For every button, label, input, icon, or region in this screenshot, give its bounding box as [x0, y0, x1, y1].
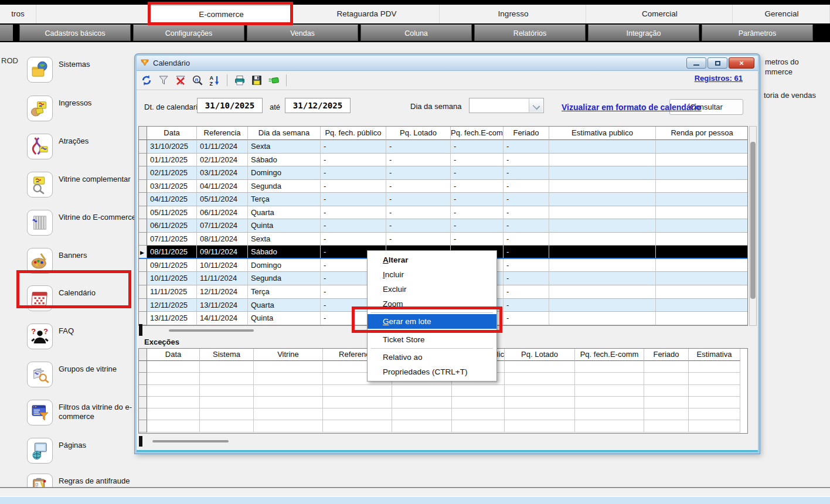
sidebar-item-ingressos[interactable]: Ingressos [27, 96, 144, 121]
date-from-input[interactable] [197, 98, 263, 113]
cell [254, 397, 323, 408]
menu-button-vendas[interactable]: Vendas [247, 25, 358, 41]
table-row[interactable]: 06/11/202507/11/2024Quinta---- [139, 219, 747, 233]
table-row[interactable]: 01/11/202502/11/2024Sábado---- [139, 154, 747, 167]
row-indicator[interactable]: ▶ [139, 246, 147, 258]
menu-button-integracao[interactable]: Integração [588, 25, 699, 41]
chevron-down-icon[interactable] [529, 99, 543, 112]
sidebar-item-grupos-de-vitrine[interactable]: Grupos de vitrine [27, 362, 144, 387]
cell: - [451, 140, 504, 154]
sidebar-item-filtros-da-vitrine-do-e-commerce[interactable]: Filtros da vitrine do e-commerce [27, 400, 144, 425]
cell: 08/11/2025 [147, 246, 197, 258]
sidebar-item-sistemas[interactable]: Sistemas [27, 57, 144, 83]
exceptions-empty-row[interactable] [139, 420, 747, 432]
cell: 02/11/2024 [197, 154, 248, 167]
maximize-button[interactable] [707, 57, 727, 69]
cell: Quinta [248, 219, 321, 233]
cell: Terça [248, 193, 321, 206]
exceptions-empty-row[interactable] [139, 397, 747, 408]
row-indicator[interactable] [139, 312, 147, 325]
registros-link[interactable]: Registros: 61 [695, 74, 743, 83]
menu-button-configuracoes[interactable]: Configurações [133, 25, 244, 41]
window-titlebar[interactable]: Calendário × [137, 56, 758, 71]
view-calendar-format-link[interactable]: Vizualizar em formato de calendário [562, 103, 702, 112]
filter-icon[interactable] [158, 74, 169, 86]
sidebar-item-faq[interactable]: ??FAQ [27, 323, 144, 349]
tab-ingresso[interactable]: Ingresso [441, 5, 586, 23]
tab-comercial[interactable]: Comercial [587, 5, 733, 23]
row-indicator[interactable] [139, 420, 147, 432]
row-indicator[interactable] [139, 233, 147, 246]
table-row[interactable]: 05/11/202506/11/2024Quarta---- [139, 206, 747, 220]
sidebar-item-vitrine-complementar[interactable]: Vitrine complementar [27, 172, 144, 197]
save-icon[interactable] [251, 74, 263, 86]
exceptions-horizontal-scrollbar[interactable] [152, 440, 229, 442]
cell [147, 397, 200, 408]
row-indicator[interactable] [139, 180, 147, 193]
sidebar-item-atracoes[interactable]: Atrações [27, 134, 144, 159]
vertical-scrollbar[interactable] [749, 126, 757, 326]
row-indicator[interactable] [139, 206, 147, 220]
menu-button-cadastros-basicos[interactable]: Cadastros básicos [19, 25, 131, 41]
weekday-select[interactable] [469, 98, 544, 113]
row-indicator[interactable] [139, 408, 147, 420]
sidebar-item-vitrine-do-e-commerce[interactable]: Vitrine do E-commerce [27, 210, 144, 236]
sort-az-icon[interactable]: AZ [209, 74, 220, 86]
menu-button-coluna[interactable]: Coluna [360, 25, 472, 41]
sidebar-item-paginas[interactable]: Páginas [27, 438, 144, 464]
row-indicator[interactable] [139, 385, 147, 397]
tab-tros[interactable]: tros [0, 5, 36, 23]
vertical-scrollbar-thumb[interactable] [750, 142, 756, 299]
row-indicator-header [139, 349, 147, 361]
row-indicator[interactable] [139, 154, 147, 167]
export-icon[interactable] [268, 74, 280, 86]
row-indicator[interactable] [139, 259, 147, 273]
sidebar-item-banners[interactable]: Banners [27, 248, 144, 274]
table-row[interactable]: 31/10/202501/11/2024Sexta---- [139, 140, 747, 154]
sidebar-item-calendario[interactable]: Calendário [27, 285, 144, 311]
row-indicator[interactable] [139, 361, 147, 373]
table-row[interactable]: 03/11/202504/11/2024Segunda---- [139, 180, 747, 193]
context-menu-item-excluir[interactable]: Excluir [368, 282, 496, 297]
cell: - [321, 180, 386, 193]
refresh-icon[interactable] [141, 74, 152, 86]
row-indicator[interactable] [139, 140, 147, 154]
context-menu-item-gerar-em-lote[interactable]: Gerar em lote [368, 314, 496, 329]
row-indicator[interactable] [139, 272, 147, 285]
sidebar-item-label: Atrações [59, 134, 141, 159]
close-button[interactable]: × [729, 57, 754, 69]
table-row[interactable]: 02/11/202503/11/2024Domingo---- [139, 166, 747, 180]
menu-button-relatorios[interactable]: Relatórios [474, 25, 586, 41]
clear-filter-icon[interactable] [175, 74, 186, 86]
row-indicator[interactable] [139, 166, 147, 180]
menu-button-parametros[interactable]: Parâmetros [702, 25, 813, 41]
date-to-input[interactable] [285, 98, 351, 113]
table-row[interactable]: 04/11/202505/11/2024Terça---- [139, 193, 747, 206]
cell [575, 408, 644, 420]
cell: 10/11/2024 [197, 259, 248, 273]
cell: Segunda [248, 272, 321, 285]
row-indicator[interactable] [139, 397, 147, 408]
context-menu-item-propriedades-ctrl-t[interactable]: Propriedades (CTRL+T) [368, 365, 496, 379]
context-menu-item-incluir[interactable]: Incluir [368, 267, 496, 282]
row-indicator[interactable] [139, 373, 147, 384]
print-icon[interactable] [234, 74, 246, 86]
row-indicator[interactable] [139, 299, 147, 312]
exceptions-empty-row[interactable] [139, 408, 747, 420]
context-menu-item-alterar[interactable]: Alterar [368, 253, 496, 267]
cell: Segunda [248, 180, 321, 193]
horizontal-scrollbar[interactable] [169, 329, 254, 332]
context-menu-item-zoom[interactable]: Zoom [368, 297, 496, 311]
row-indicator[interactable] [139, 285, 147, 299]
minimize-button[interactable] [686, 57, 706, 69]
exceptions-empty-row[interactable] [139, 385, 747, 397]
tab-gerencial[interactable]: Gerencial [734, 5, 830, 23]
row-indicator[interactable] [139, 219, 147, 233]
tab-e-commerce[interactable]: E-commerce [149, 5, 293, 23]
tab-retaguarda-pdv[interactable]: Retaguarda PDV [294, 5, 440, 23]
zoom-records-icon[interactable]: n [192, 74, 203, 86]
row-indicator[interactable] [139, 193, 147, 206]
context-menu-item-ticket-store[interactable]: Ticket Store [368, 332, 496, 347]
table-row[interactable]: 07/11/202508/11/2024Sexta---- [139, 233, 747, 246]
context-menu-item-relativo-ao[interactable]: Relativo ao [368, 350, 496, 365]
